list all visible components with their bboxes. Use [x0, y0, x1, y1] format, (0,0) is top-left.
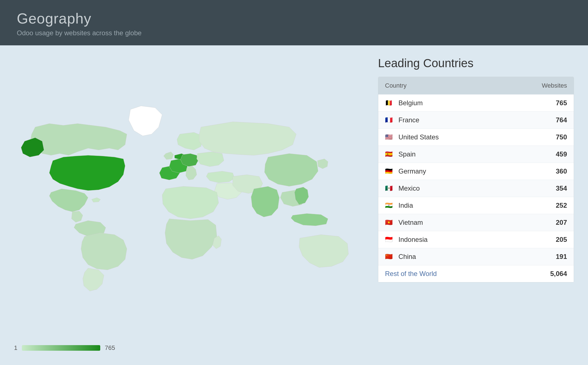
table-row: 🇺🇸 United States 750 — [378, 128, 574, 146]
table-body: 🇧🇪 Belgium 765 🇫🇷 France 764 🇺🇸 United S… — [378, 94, 574, 265]
flag-icon: 🇮🇳 — [385, 202, 395, 209]
rest-of-world-count: 5,064 — [528, 270, 567, 278]
table-row: 🇻🇳 Vietnam 207 — [378, 214, 574, 231]
table-row: 🇫🇷 France 764 — [378, 111, 574, 128]
country-name: China — [398, 253, 528, 261]
country-name: Vietnam — [398, 219, 528, 226]
leading-countries-section: Leading Countries Country Websites 🇧🇪 Be… — [378, 57, 574, 352]
country-count: 207 — [528, 219, 567, 226]
rest-of-world-row: Rest of the World 5,064 — [378, 265, 574, 282]
table-header: Country Websites — [378, 77, 574, 94]
country-name: Indonesia — [398, 236, 528, 244]
page-header: Geography Odoo usage by websites across … — [0, 0, 588, 45]
country-count: 750 — [528, 133, 567, 141]
country-count: 459 — [528, 150, 567, 158]
flag-icon: 🇮🇩 — [385, 237, 395, 243]
world-map — [14, 57, 367, 339]
flag-icon: 🇨🇳 — [385, 254, 395, 260]
country-name: France — [398, 116, 528, 124]
column-country-header: Country — [385, 82, 528, 89]
legend-gradient-bar — [22, 345, 100, 351]
table-row: 🇪🇸 Spain 459 — [378, 146, 574, 163]
main-content: 1 765 Leading Countries Country Websites… — [0, 45, 588, 363]
table-row: 🇧🇪 Belgium 765 — [378, 94, 574, 111]
country-name: Mexico — [398, 184, 528, 192]
country-table: Country Websites 🇧🇪 Belgium 765 🇫🇷 Franc… — [378, 77, 574, 282]
flag-icon: 🇧🇪 — [385, 100, 395, 106]
column-websites-header: Websites — [528, 82, 567, 89]
country-count: 764 — [528, 116, 567, 124]
country-name: United States — [398, 133, 528, 141]
section-title: Leading Countries — [378, 57, 574, 70]
flag-icon: 🇫🇷 — [385, 117, 395, 123]
table-row: 🇨🇳 China 191 — [378, 248, 574, 265]
flag-icon: 🇲🇽 — [385, 185, 395, 191]
country-name: India — [398, 202, 528, 209]
table-row: 🇲🇽 Mexico 354 — [378, 180, 574, 197]
table-row: 🇮🇩 Indonesia 205 — [378, 231, 574, 248]
map-legend: 1 765 — [14, 344, 367, 352]
legend-min: 1 — [14, 344, 17, 352]
country-count: 765 — [528, 99, 567, 107]
flag-icon: 🇺🇸 — [385, 134, 395, 140]
country-count: 191 — [528, 253, 567, 261]
flag-icon: 🇻🇳 — [385, 219, 395, 226]
rest-of-world-label: Rest of the World — [385, 270, 528, 278]
table-row: 🇮🇳 India 252 — [378, 197, 574, 214]
page-subtitle: Odoo usage by websites across the globe — [17, 29, 571, 37]
country-count: 252 — [528, 202, 567, 209]
legend-max: 765 — [105, 344, 115, 352]
table-row: 🇩🇪 Germany 360 — [378, 163, 574, 180]
country-count: 360 — [528, 167, 567, 175]
page-title: Geography — [17, 10, 571, 27]
country-count: 205 — [528, 236, 567, 244]
flag-icon: 🇩🇪 — [385, 168, 395, 174]
country-name: Germany — [398, 167, 528, 175]
flag-icon: 🇪🇸 — [385, 151, 395, 157]
map-section: 1 765 — [14, 57, 367, 352]
country-name: Belgium — [398, 99, 528, 107]
world-map-svg — [14, 57, 367, 339]
country-count: 354 — [528, 184, 567, 192]
country-name: Spain — [398, 150, 528, 158]
